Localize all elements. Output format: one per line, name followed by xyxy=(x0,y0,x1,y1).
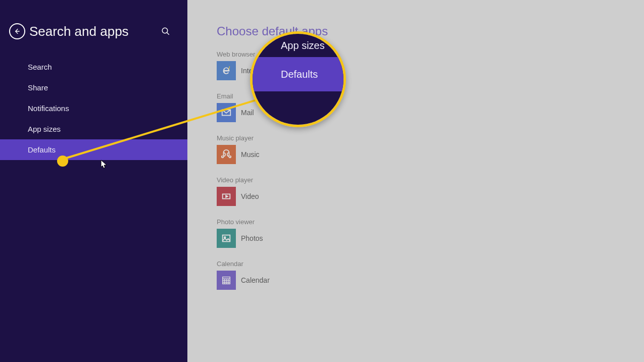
app-name-email: Mail xyxy=(241,109,254,117)
music-icon xyxy=(217,145,236,164)
page-title: Search and apps xyxy=(29,24,161,39)
svg-marker-4 xyxy=(226,195,228,197)
photos-icon xyxy=(217,229,236,248)
svg-rect-5 xyxy=(223,235,230,242)
app-name-music: Music xyxy=(241,150,260,159)
sidebar-item-notifications[interactable]: Notifications xyxy=(0,98,187,119)
sidebar-item-share[interactable]: Share xyxy=(0,77,187,98)
svg-point-0 xyxy=(162,28,168,33)
calendar-icon xyxy=(217,271,236,290)
default-app-video[interactable]: Video xyxy=(217,187,644,206)
section-label-music: Music player xyxy=(217,134,644,142)
default-app-music[interactable]: Music xyxy=(217,145,644,164)
default-app-calendar[interactable]: Calendar xyxy=(217,271,644,290)
section-label-calendar: Calendar xyxy=(217,260,644,268)
mail-icon xyxy=(217,103,236,122)
back-arrow-icon xyxy=(13,27,21,35)
default-app-photo[interactable]: Photos xyxy=(217,229,644,248)
section-label-video: Video player xyxy=(217,176,644,184)
section-label-web-browser: Web browser xyxy=(217,50,644,58)
app-name-web-browser: Inte xyxy=(241,67,253,75)
main-panel: Choose default apps Web browser Inte Ema… xyxy=(187,0,644,362)
video-icon xyxy=(217,187,236,206)
search-icon[interactable] xyxy=(161,27,170,36)
section-label-photo: Photo viewer xyxy=(217,218,644,226)
app-name-photo: Photos xyxy=(241,234,263,242)
app-name-video: Video xyxy=(241,192,259,200)
sidebar-header: Search and apps xyxy=(0,0,187,54)
default-app-web-browser[interactable]: Inte xyxy=(217,61,644,80)
sidebar-item-app-sizes[interactable]: App sizes xyxy=(0,119,187,139)
back-button[interactable] xyxy=(9,23,25,39)
app-name-calendar: Calendar xyxy=(241,276,270,284)
sidebar-item-search[interactable]: Search xyxy=(0,57,187,77)
default-app-email[interactable]: Mail xyxy=(217,103,644,122)
svg-line-1 xyxy=(167,32,169,35)
main-heading: Choose default apps xyxy=(217,24,644,38)
section-label-email: Email xyxy=(217,92,644,100)
internet-explorer-icon xyxy=(217,61,236,80)
sidebar-nav: Search Share Notifications App sizes Def… xyxy=(0,57,187,160)
sidebar-item-defaults[interactable]: Defaults xyxy=(0,139,187,160)
settings-sidebar: Search and apps Search Share Notificatio… xyxy=(0,0,187,362)
